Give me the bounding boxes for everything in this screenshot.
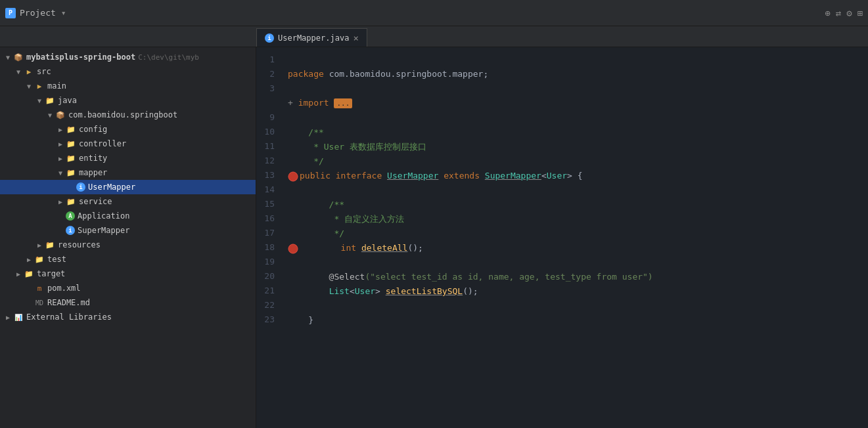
tree-item-target[interactable]: ▶ 📁 target (0, 267, 256, 281)
folder-icon: 📁 (45, 240, 55, 250)
target-folder-icon: 📁 (24, 268, 34, 279)
tree-item-config[interactable]: ▶ 📁 config (0, 122, 256, 137)
sync-icon[interactable]: ⇄ (836, 8, 841, 18)
tab-bar: i UserMapper.java × (0, 26, 868, 47)
java-interface-icon: i (76, 182, 85, 192)
line-10: /** (288, 127, 324, 137)
line-20: @Select("select test_id as id, name, age… (288, 272, 653, 282)
breakpoint-icon (288, 171, 298, 182)
project-icon: P (5, 8, 16, 18)
tree-item-root[interactable]: ▼ 📦 mybatisplus-spring-boot C:\dev\git\m… (0, 50, 256, 64)
line-3: + import ... (288, 98, 352, 108)
tree-label-external-libs: External Libraries (26, 312, 112, 322)
folder-icon: ▶ (24, 66, 34, 77)
tree-item-package[interactable]: ▼ 📦 com.baomidou.springboot (0, 108, 256, 122)
tab-file-icon: i (265, 33, 274, 43)
line-17: */ (288, 228, 344, 238)
tree-item-test[interactable]: ▶ 📁 test (0, 252, 256, 267)
code-area: 1 2 3 9 10 11 12 13 14 15 16 17 18 19 20… (256, 47, 868, 428)
project-label: Project (20, 8, 56, 18)
line-numbers: 1 2 3 9 10 11 12 13 14 15 16 17 18 19 20… (256, 47, 283, 428)
tree-item-pom[interactable]: m pom.xml (0, 281, 256, 295)
arrow-icon: ▶ (55, 155, 66, 162)
line-13: public interface UserMapper extends Supe… (288, 171, 583, 181)
tree-item-external-libs[interactable]: ▶ 📊 External Libraries (0, 310, 256, 324)
tree-item-main[interactable]: ▼ ▶ main (0, 79, 256, 93)
folder-icon: 📁 (66, 124, 76, 135)
tree-label-supermapper: SuperMapper (78, 226, 129, 235)
tree-item-application[interactable]: A Application (0, 209, 256, 223)
tree-label-pom: pom.xml (47, 284, 81, 293)
module-icon: 📦 (13, 52, 24, 62)
breakpoint-icon2 (288, 244, 298, 254)
tree-label-service: service (79, 197, 112, 206)
line-12: */ (288, 156, 324, 166)
line-16: * 自定义注入方法 (288, 214, 404, 224)
tree-label-main: main (47, 81, 66, 91)
arrow-icon: ▶ (55, 140, 66, 148)
tree-item-src[interactable]: ▼ ▶ src (0, 64, 256, 79)
tree-item-java[interactable]: ▼ 📁 java (0, 93, 256, 108)
toolbar-actions: ⊕ ⇄ ⚙ ⊞ (825, 8, 863, 18)
tree-item-service[interactable]: ▶ 📁 service (0, 194, 256, 209)
tree-item-controller[interactable]: ▶ 📁 controller (0, 137, 256, 151)
tab-close-button[interactable]: × (353, 33, 358, 43)
line-18: int deleteAll(); (288, 243, 423, 253)
tree-label-src: src (37, 67, 51, 76)
code-editor[interactable]: 1 2 3 9 10 11 12 13 14 15 16 17 18 19 20… (256, 47, 868, 428)
tree-label-application: Application (78, 211, 129, 221)
java-app-icon: A (66, 211, 75, 221)
line-15: /** (288, 200, 344, 209)
md-icon: MD (34, 297, 45, 308)
arrow-icon: ▶ (3, 314, 13, 321)
tree-path: C:\dev\git\myb (138, 53, 199, 62)
arrow-icon: ▼ (3, 54, 13, 61)
tree-label-entity: entity (79, 154, 107, 163)
line-21: List<User> selectListBySQL(); (288, 286, 478, 296)
tree-label-resources: resources (58, 240, 101, 249)
layout-icon[interactable]: ⊞ (857, 8, 863, 18)
tab-label: UserMapper.java (278, 33, 349, 43)
package-icon: 📦 (55, 110, 66, 120)
arrow-icon: ▼ (45, 112, 55, 119)
tree-item-entity[interactable]: ▶ 📁 entity (0, 151, 256, 165)
tree-label-java: java (58, 96, 77, 105)
arrow-icon: ▼ (34, 97, 45, 104)
arrow-icon: ▶ (34, 242, 45, 249)
line-23: } (288, 315, 313, 325)
arrow-icon: ▶ (55, 126, 66, 133)
arrow-icon: ▼ (13, 68, 24, 75)
project-title: P Project ▾ (5, 8, 66, 18)
arrow-icon: ▶ (24, 256, 34, 263)
arrow-icon: ▶ (55, 198, 66, 205)
tree-label-target: target (37, 269, 65, 278)
tree-label-test: test (47, 255, 66, 264)
tree-item-supermapper[interactable]: i SuperMapper (0, 223, 256, 238)
add-icon[interactable]: ⊕ (825, 8, 830, 18)
folder-icon: 📁 (66, 167, 76, 178)
tree-label-root: mybatisplus-spring-boot (26, 53, 135, 62)
tree-item-mapper[interactable]: ▼ 📁 mapper (0, 165, 256, 180)
sidebar: ▼ 📦 mybatisplus-spring-boot C:\dev\git\m… (0, 47, 256, 428)
main-content: ▼ 📦 mybatisplus-spring-boot C:\dev\git\m… (0, 47, 868, 428)
svg-point-1 (288, 244, 298, 253)
tree-label-usermapper: UserMapper (88, 182, 135, 192)
tree-label-mapper: mapper (79, 168, 107, 177)
arrow-icon: ▼ (24, 83, 34, 90)
tree-item-resources[interactable]: ▶ 📁 resources (0, 238, 256, 252)
tree-label-package: com.baomidou.springboot (68, 110, 177, 119)
folder-icon: 📁 (66, 153, 76, 163)
arrow-icon: ▼ (55, 169, 66, 177)
folder-icon: ▶ (34, 81, 45, 91)
tree-item-readme[interactable]: MD README.md (0, 295, 256, 310)
settings-icon[interactable]: ⚙ (846, 8, 852, 18)
java-folder-icon: 📁 (45, 95, 55, 106)
tree-label-config: config (79, 125, 107, 134)
arrow-icon: ▶ (13, 270, 24, 278)
tree-item-usermapper[interactable]: i UserMapper (0, 180, 256, 194)
title-bar: P Project ▾ ⊕ ⇄ ⚙ ⊞ (0, 0, 868, 26)
tab-usermapper[interactable]: i UserMapper.java × (256, 28, 367, 47)
folder-icon: 📁 (66, 139, 76, 149)
dropdown-arrow-icon[interactable]: ▾ (61, 8, 66, 18)
line-11: * User 表数据库控制层接口 (288, 142, 426, 152)
